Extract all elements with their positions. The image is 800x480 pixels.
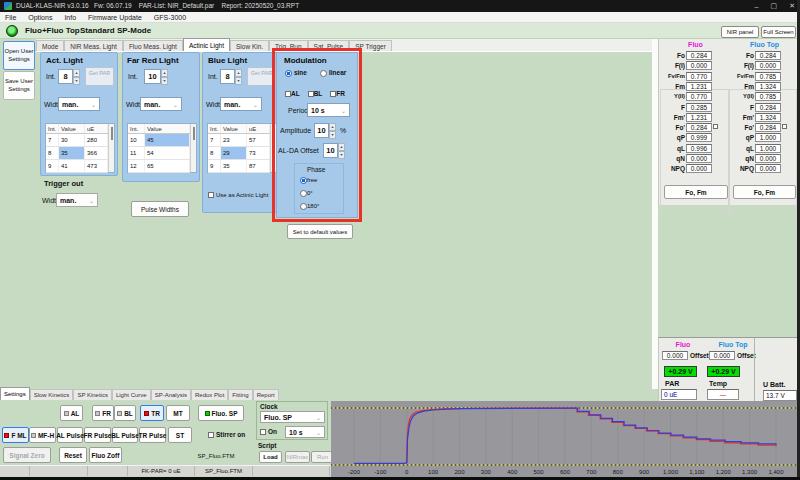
bl-mod-checkbox-row[interactable]: BL: [308, 90, 323, 97]
table-scrollbar[interactable]: [190, 124, 196, 172]
spinner-up-icon[interactable]: ▲: [235, 69, 242, 77]
table-cell[interactable]: 45: [145, 134, 190, 146]
period-select[interactable]: 10 s⌄: [307, 103, 350, 117]
act-int-value[interactable]: 8: [58, 69, 73, 84]
stirrer-checkbox[interactable]: [208, 432, 214, 438]
amplitude-value[interactable]: 10: [314, 123, 329, 138]
scrollbar-thumb-icon[interactable]: [111, 127, 113, 140]
table-row[interactable]: 1154: [128, 147, 190, 160]
clock-interval-select[interactable]: 10 s⌄: [285, 426, 325, 438]
set-default-values-button[interactable]: Set to default values: [287, 224, 353, 239]
bottom-tab-report[interactable]: Report: [253, 389, 279, 400]
tab-actinic-light[interactable]: Actinic Light: [183, 38, 230, 51]
table-cell[interactable]: 57: [247, 134, 270, 146]
table-cell[interactable]: 9: [46, 160, 59, 172]
menu-item-file[interactable]: File: [5, 14, 16, 21]
menu-item-options[interactable]: Options: [28, 14, 52, 21]
table-cell[interactable]: 7: [208, 134, 221, 146]
act-int-spinner[interactable]: 8 ▲▼: [58, 69, 80, 84]
amplitude-spinner[interactable]: 10 ▲▼: [314, 123, 336, 138]
table-row[interactable]: 835366: [46, 147, 108, 160]
act-get-par-button[interactable]: Get PAR: [85, 67, 114, 86]
bottom-tab-sp-analysis[interactable]: SP-Analysis: [151, 389, 191, 400]
spinner-up-icon[interactable]: ▲: [161, 69, 168, 77]
table-cell[interactable]: 23: [221, 134, 247, 146]
tab-mode[interactable]: Mode: [36, 40, 64, 51]
al-pulse-button[interactable]: AL Pulse: [57, 427, 83, 443]
table-cell[interactable]: 8: [208, 147, 221, 159]
fluo-fofm-button[interactable]: Fo, Fm: [664, 185, 728, 199]
load-button[interactable]: Load: [259, 451, 282, 463]
bottom-tab-light-curve[interactable]: Light Curve: [112, 389, 151, 400]
spinner-down-icon[interactable]: ▼: [161, 77, 168, 85]
spinner-up-icon[interactable]: ▲: [73, 69, 80, 77]
clock-mode-select[interactable]: Fluo. SP⌄: [260, 411, 325, 423]
bottom-tab-sp-kinetics[interactable]: SP Kinetics: [73, 389, 112, 400]
table-row[interactable]: 1265: [128, 160, 190, 173]
bottom-tab-fitting[interactable]: Fitting: [228, 389, 252, 400]
act-width-select[interactable]: man.⌄: [58, 97, 100, 111]
fr-button[interactable]: FR: [92, 405, 114, 421]
bl-int-spinner[interactable]: 8 ▲▼: [220, 69, 242, 84]
fluo-fo-prime-checkbox[interactable]: [713, 124, 718, 129]
table-cell[interactable]: 30: [59, 134, 85, 146]
clock-on-checkbox[interactable]: [260, 429, 266, 435]
open-user-settings-button[interactable]: Open User Settings: [3, 41, 35, 70]
al-da-offset-value[interactable]: 10: [323, 143, 338, 158]
table-cell[interactable]: 10: [128, 134, 145, 146]
al-mod-checkbox-row[interactable]: AL: [285, 90, 300, 97]
spinner-down-icon[interactable]: ▼: [73, 77, 80, 85]
table-cell[interactable]: 35: [221, 160, 247, 172]
bl-pulse-button[interactable]: BL Pulse: [112, 427, 138, 443]
tab-slow-kin[interactable]: Slow Kin.: [230, 40, 269, 51]
table-cell[interactable]: 366: [85, 147, 108, 159]
bl-width-select[interactable]: man.⌄: [220, 97, 262, 111]
table-row[interactable]: 82973: [208, 147, 270, 160]
use-actinic-row[interactable]: Use as Actinic Light: [208, 191, 268, 198]
f-ml-button[interactable]: F ML: [2, 427, 29, 443]
spinner-up-icon[interactable]: ▲: [338, 143, 345, 151]
save-user-settings-button[interactable]: Save User Settings: [3, 71, 35, 100]
phase-option-free[interactable]: free: [300, 176, 317, 184]
phase-option-0[interactable]: 0°: [300, 189, 313, 197]
fr-int-value[interactable]: 10: [144, 69, 161, 84]
linear-radio[interactable]: linear: [320, 69, 346, 77]
table-cell[interactable]: 11: [128, 147, 145, 159]
bottom-tab-settings[interactable]: Settings: [0, 387, 30, 400]
fr-pulse-button[interactable]: FR Pulse: [84, 427, 111, 443]
measure-mode-icon[interactable]: [6, 25, 18, 37]
mf-h-button[interactable]: MF-H: [29, 427, 56, 443]
fr-width-select[interactable]: man.⌄: [140, 97, 182, 111]
table-cell[interactable]: 54: [145, 147, 190, 159]
table-cell[interactable]: 41: [59, 160, 85, 172]
st-button[interactable]: ST: [168, 427, 192, 443]
full-screen-button[interactable]: Full Screen: [761, 26, 796, 38]
sine-radio[interactable]: sine: [285, 69, 307, 77]
table-cell[interactable]: 9: [208, 160, 221, 172]
bottom-tab-slow-kinetics[interactable]: Slow Kinetics: [30, 389, 74, 400]
menu-item-firmware-update[interactable]: Firmware Update: [88, 14, 142, 21]
clock-on-row[interactable]: On: [260, 428, 277, 435]
phase-option-180[interactable]: 180°: [300, 202, 319, 210]
act-light-table[interactable]: Int.ValueuE730280835366941473: [45, 123, 115, 173]
fr-int-spinner[interactable]: 10 ▲▼: [144, 69, 168, 84]
bl-int-value[interactable]: 8: [220, 69, 235, 84]
table-cell[interactable]: 280: [85, 134, 108, 146]
spinner-up-icon[interactable]: ▲: [329, 123, 336, 131]
use-actinic-checkbox[interactable]: [208, 192, 214, 198]
table-cell[interactable]: 73: [247, 147, 270, 159]
minimize-icon[interactable]: –: [755, 3, 759, 10]
menu-item-info[interactable]: Info: [64, 14, 76, 21]
mt-button[interactable]: MT: [166, 405, 190, 421]
al-button[interactable]: AL: [60, 405, 83, 421]
table-row[interactable]: 730280: [46, 134, 108, 147]
fluo_top-fo-prime-checkbox[interactable]: [782, 124, 787, 129]
tr-pulse-button[interactable]: TR Pulse: [139, 427, 166, 443]
blue-light-table[interactable]: Int.ValueuE723578297393587: [207, 123, 277, 173]
table-cell[interactable]: 7: [46, 134, 59, 146]
table-row[interactable]: 72357: [208, 134, 270, 147]
table-cell[interactable]: 35: [59, 147, 85, 159]
table-cell[interactable]: 473: [85, 160, 108, 172]
fluo-top-fofm-button[interactable]: Fo, Fm: [733, 185, 796, 199]
nir-panel-button[interactable]: NIR panel: [721, 26, 759, 38]
